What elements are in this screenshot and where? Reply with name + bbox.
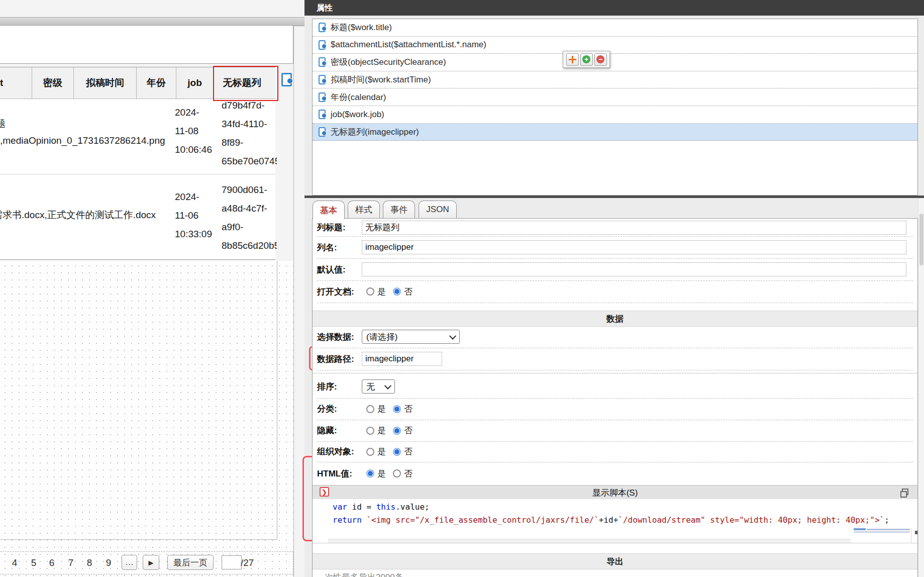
page-number-7[interactable]: 7 bbox=[65, 556, 76, 570]
column-header-drafttime[interactable]: 拟稿时间 bbox=[74, 67, 137, 99]
org-yes-radio[interactable] bbox=[366, 448, 374, 456]
column-item-label: $attachmentList($attachmentList.*.name) bbox=[331, 40, 486, 50]
add-column-icon[interactable] bbox=[281, 73, 292, 86]
add-column-button[interactable]: + bbox=[580, 53, 593, 66]
column-icon bbox=[319, 57, 326, 67]
column-item-label: 标题($work.title) bbox=[331, 22, 392, 33]
last-page-button[interactable]: 最后一页 bbox=[167, 555, 214, 570]
column-icon bbox=[319, 23, 326, 32]
column-header-security[interactable]: 密级 bbox=[32, 67, 74, 99]
editor-edge bbox=[911, 528, 911, 543]
cell-attachment-fragment: 题 bbox=[0, 117, 6, 130]
chevron-down-icon bbox=[384, 382, 391, 390]
cell-date-line: 10:06:46 bbox=[175, 144, 212, 155]
column-header-year[interactable]: 年份 bbox=[137, 67, 176, 99]
column-icon bbox=[319, 110, 326, 119]
org-no-radio[interactable] bbox=[393, 448, 401, 456]
script-code-editor[interactable]: var id = this.value; return `<img src="/… bbox=[313, 499, 917, 543]
column-item-security[interactable]: 密级(objectSecurityClearance) bbox=[313, 54, 917, 71]
open-doc-yes-radio[interactable] bbox=[366, 287, 374, 296]
radio-yes-label: 是 bbox=[377, 425, 386, 436]
page-more-button[interactable]: … bbox=[122, 555, 137, 570]
cell-date-line: 11-06 bbox=[175, 210, 198, 221]
hidden-no-radio[interactable] bbox=[393, 427, 401, 435]
radio-yes-label: 是 bbox=[377, 286, 386, 298]
default-value-input[interactable] bbox=[362, 262, 906, 276]
form-row-org-object: 组织对象: 是 否 bbox=[313, 441, 917, 462]
display-script-bar: 显示脚本(S) bbox=[313, 485, 917, 500]
column-item-attachmentlist[interactable]: $attachmentList($attachmentList.*.name) bbox=[313, 37, 917, 54]
cell-date-line: 2024- bbox=[175, 191, 199, 203]
page-number-6[interactable]: 6 bbox=[46, 556, 57, 570]
column-actions-toolbar: + − bbox=[563, 51, 610, 68]
form-row-col-title: 列标题: bbox=[313, 219, 917, 236]
current-line-highlight bbox=[328, 539, 851, 543]
tab-style[interactable]: 样式 bbox=[348, 201, 380, 218]
column-item-job[interactable]: job($work.job) bbox=[313, 106, 917, 124]
category-yes-radio[interactable] bbox=[366, 405, 374, 413]
column-icon bbox=[319, 75, 326, 84]
sort-dropdown[interactable]: 无 bbox=[362, 379, 395, 394]
uuid-line: 8f89- bbox=[222, 133, 277, 152]
next-page-button[interactable]: ▶ bbox=[143, 555, 159, 570]
page-number-5[interactable]: 5 bbox=[28, 556, 39, 570]
uuid-line: 65be70e0745 bbox=[222, 152, 277, 170]
delete-column-button[interactable]: − bbox=[594, 53, 607, 66]
tab-basic[interactable]: 基本 bbox=[313, 201, 345, 219]
code-line-1: var id = this.value; bbox=[333, 502, 430, 512]
row-separator bbox=[317, 370, 913, 370]
select-data-dropdown[interactable]: (请选择) bbox=[362, 330, 460, 344]
category-no-radio[interactable] bbox=[393, 405, 401, 413]
column-header-cut[interactable]: t bbox=[0, 67, 32, 99]
column-header-job[interactable]: job bbox=[176, 67, 214, 99]
column-item-label: 无标题列(imageclipper) bbox=[331, 126, 419, 138]
panel-separator bbox=[304, 196, 924, 198]
page-right-edge bbox=[293, 25, 294, 577]
page-jump-input[interactable] bbox=[222, 555, 242, 569]
col-name-input[interactable] bbox=[362, 240, 906, 254]
tab-event[interactable]: 事件 bbox=[383, 201, 415, 218]
page-number-8[interactable]: 8 bbox=[84, 556, 95, 570]
hidden-yes-radio[interactable] bbox=[366, 427, 374, 435]
panel-scrollbar bbox=[918, 198, 924, 577]
open-doc-label: 打开文档: bbox=[313, 286, 362, 298]
page-number-9[interactable]: 9 bbox=[103, 556, 114, 570]
view-filter-area[interactable] bbox=[0, 25, 293, 64]
column-header-label: 密级 bbox=[43, 76, 62, 89]
form-row-select-data: 选择数据: (请选择) bbox=[313, 326, 917, 348]
column-header-untitled[interactable]: 无标题列 bbox=[214, 67, 270, 99]
column-item-starttime[interactable]: 拟稿时间($work.startTime) bbox=[313, 71, 917, 89]
column-item-title[interactable]: 标题($work.title) bbox=[313, 19, 917, 37]
data-path-input[interactable] bbox=[362, 352, 442, 366]
minimap-slider[interactable] bbox=[915, 531, 917, 534]
designer-canvas: t 密级 拟稿时间 年份 job 无标题列 题 ,mediaOpinion_0_… bbox=[0, 0, 304, 577]
data-section-title: 数据 bbox=[606, 313, 624, 325]
col-title-input[interactable] bbox=[362, 221, 906, 235]
column-item-calendar[interactable]: 年份(calendar) bbox=[313, 88, 917, 106]
cell-untitled-value: 7900d061- a48d-4c7f- a9f0- 8b85c6d20b5 bbox=[222, 180, 277, 258]
tab-json[interactable]: JSON bbox=[419, 201, 457, 218]
export-section-title: 导出 bbox=[606, 556, 624, 567]
page-number-4[interactable]: 4 bbox=[9, 556, 20, 570]
minimap bbox=[854, 531, 910, 533]
column-icon bbox=[319, 127, 326, 137]
radio-no-label: 否 bbox=[404, 286, 413, 298]
uuid-line: a48d-4c7f- bbox=[222, 199, 277, 218]
panel-scrollbar-thumb[interactable] bbox=[919, 214, 923, 265]
column-item-imageclipper-selected[interactable]: 无标题列(imageclipper) bbox=[313, 124, 917, 141]
column-item-label: 密级(objectSecurityClearance) bbox=[331, 56, 446, 68]
maximize-editor-icon[interactable] bbox=[902, 489, 908, 495]
radio-no-label: 否 bbox=[404, 425, 413, 436]
data-path-label: 数据路径: bbox=[313, 353, 362, 365]
select-data-value: (请选择) bbox=[366, 331, 443, 343]
canvas-right-edge bbox=[277, 261, 277, 539]
column-header-label: 无标题列 bbox=[223, 76, 261, 89]
code-line-2: return `<img src="/x_file_assemble_contr… bbox=[333, 515, 889, 525]
html-no-radio[interactable] bbox=[393, 469, 401, 477]
cell-date-line: 10:33:09 bbox=[175, 229, 212, 240]
open-doc-no-radio[interactable] bbox=[393, 287, 401, 296]
script-icon[interactable]: ❯ bbox=[320, 487, 329, 497]
html-yes-radio[interactable] bbox=[366, 469, 374, 477]
cell-date-line: 2024- bbox=[175, 107, 199, 118]
move-column-button[interactable] bbox=[566, 53, 579, 66]
